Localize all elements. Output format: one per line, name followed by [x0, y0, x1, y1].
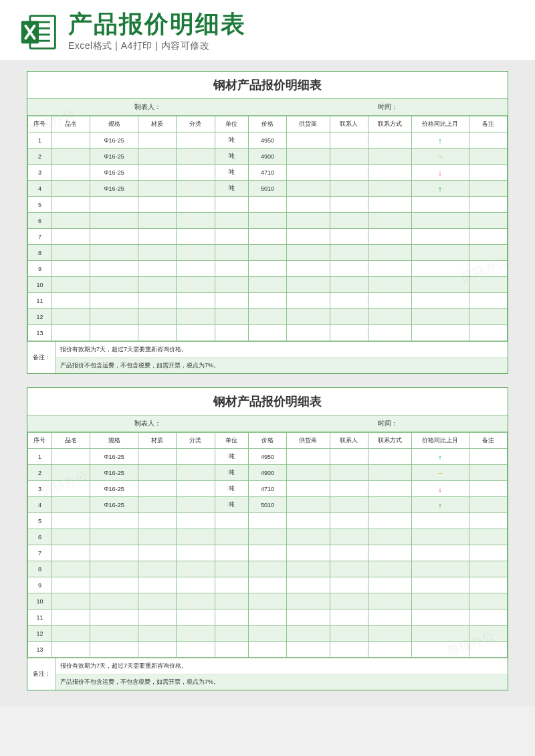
cell-mat [138, 465, 176, 481]
cell-unit: 吨 [215, 181, 248, 197]
cell-mat [138, 197, 176, 213]
cell-spec: Φ16-25 [90, 481, 138, 497]
cell-spec [90, 529, 138, 545]
meta-row: 制表人： 时间： [27, 415, 508, 432]
cell-price: 4950 [248, 449, 286, 465]
cell-note [469, 529, 507, 545]
table-row: 6 [28, 529, 508, 545]
cell-seq: 7 [28, 545, 52, 561]
cell-phone [368, 309, 412, 325]
cell-trend [411, 229, 469, 245]
cell-cat [177, 197, 215, 213]
cell-note [469, 309, 507, 325]
table-row: 12 [28, 626, 508, 642]
cell-name [51, 132, 90, 149]
cell-mat [138, 609, 176, 626]
cell-price: 5010 [248, 497, 286, 513]
cell-contact [330, 481, 368, 497]
cell-phone [368, 465, 412, 481]
cell-name [51, 245, 90, 261]
cell-price: 4900 [248, 465, 286, 481]
cell-price [248, 309, 286, 325]
cell-unit: 吨 [215, 497, 248, 513]
cell-name [51, 229, 90, 245]
cell-name [51, 577, 90, 593]
cell-note [469, 293, 507, 309]
cell-supp [287, 165, 330, 181]
cell-price [248, 229, 286, 245]
cell-contact [330, 325, 368, 341]
cell-price: 4710 [248, 481, 286, 497]
cell-unit [215, 513, 248, 529]
cell-price: 5010 [248, 181, 286, 197]
cell-phone [368, 513, 412, 529]
table-row: 9 [28, 577, 508, 593]
cell-phone [368, 261, 412, 277]
col-unit: 单位 [215, 116, 248, 132]
cell-phone [368, 577, 412, 593]
cell-name [51, 309, 90, 325]
cell-seq: 13 [28, 325, 52, 341]
cell-supp [287, 593, 330, 609]
table-row: 8 [28, 245, 508, 261]
cell-name [51, 213, 90, 229]
cell-unit [215, 277, 248, 293]
cell-mat [138, 529, 176, 545]
cell-contact [330, 497, 368, 513]
cell-cat [177, 593, 215, 609]
cell-mat [138, 293, 176, 309]
cell-supp [287, 513, 330, 529]
cell-supp [287, 181, 330, 197]
cell-seq: 10 [28, 593, 52, 609]
cell-supp [287, 213, 330, 229]
cell-phone [368, 609, 412, 626]
trend-flat-icon: → [437, 153, 444, 161]
cell-price [248, 593, 286, 609]
cell-phone [368, 642, 412, 658]
cell-contact [330, 513, 368, 529]
cell-phone [368, 561, 412, 577]
trend-up-icon: ↑ [438, 136, 442, 145]
cell-name [51, 165, 90, 181]
sheet-title: 钢材产品报价明细表 [27, 72, 508, 99]
col-cat: 分类 [177, 116, 215, 132]
cell-name [51, 642, 90, 658]
cell-spec [90, 593, 138, 609]
cell-unit [215, 642, 248, 658]
cell-unit: 吨 [215, 149, 248, 165]
cell-contact [330, 197, 368, 213]
cell-supp [287, 609, 330, 626]
trend-flat-icon: → [437, 469, 444, 477]
meta-time: 时间： [268, 99, 508, 115]
col-contact: 联系人 [330, 433, 368, 449]
cell-spec: Φ16-25 [90, 165, 138, 181]
cell-unit [215, 561, 248, 577]
cell-note [469, 245, 507, 261]
cell-spec [90, 261, 138, 277]
cell-cat [177, 609, 215, 626]
cell-note [469, 593, 507, 609]
notes-label: 备注： [27, 658, 56, 690]
cell-spec [90, 325, 138, 341]
cell-phone [368, 229, 412, 245]
cell-contact [330, 593, 368, 609]
cell-price [248, 545, 286, 561]
col-spec: 规格 [90, 116, 138, 132]
col-phone: 联系方式 [368, 433, 412, 449]
table-row: 13 [28, 325, 508, 341]
cell-cat [177, 465, 215, 481]
cell-cat [177, 497, 215, 513]
cell-unit [215, 261, 248, 277]
cell-mat [138, 245, 176, 261]
col-seq: 序号 [28, 116, 52, 132]
cell-mat [138, 325, 176, 341]
cell-trend [411, 325, 469, 341]
cell-mat [138, 149, 176, 165]
meta-maker: 制表人： [27, 99, 268, 115]
cell-cat [177, 165, 215, 181]
cell-spec [90, 213, 138, 229]
cell-contact [330, 449, 368, 465]
cell-cat [177, 513, 215, 529]
cell-unit [215, 626, 248, 642]
cell-unit: 吨 [215, 449, 248, 465]
